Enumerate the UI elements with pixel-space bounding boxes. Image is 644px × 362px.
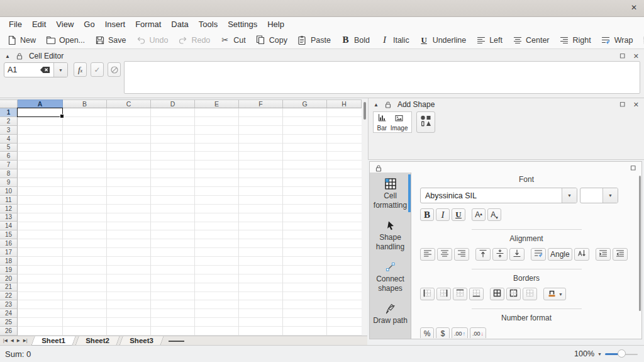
indent-less-button[interactable] <box>613 248 628 261</box>
menu-edit[interactable]: Edit <box>27 20 51 29</box>
float-panel-icon[interactable] <box>619 101 626 108</box>
zoom-level-label[interactable]: 100% <box>574 349 594 358</box>
row-header-24[interactable]: 24 <box>0 309 18 318</box>
chevron-down-icon[interactable]: ▼ <box>597 352 602 356</box>
sheet-tab-sheet2[interactable]: Sheet2 <box>75 336 119 346</box>
bold-button[interactable]: B <box>420 208 434 221</box>
toolbar-underline-button[interactable]: UUnderline <box>419 35 467 45</box>
toolbar-center-button[interactable]: Center <box>512 35 550 45</box>
column-header-g[interactable]: G <box>283 99 327 108</box>
row-header-12[interactable]: 12 <box>0 205 18 213</box>
spreadsheet-grid[interactable]: ABCDEFGH 1234567891011121314151617181920… <box>0 99 362 336</box>
row-header-3[interactable]: 3 <box>0 126 18 135</box>
halign-center-button[interactable] <box>437 248 452 261</box>
font-size-select[interactable]: ▼ <box>580 188 618 203</box>
shape-template-image[interactable]: Image <box>391 113 408 132</box>
toolbar-italic-button[interactable]: IItalic <box>379 35 409 45</box>
fx-formula-button[interactable]: fx <box>74 62 87 77</box>
border-all-button[interactable] <box>490 288 504 300</box>
window-close-icon[interactable]: ✕ <box>631 4 637 11</box>
sheet-first-button[interactable]: |◀ <box>2 337 9 344</box>
row-header-15[interactable]: 15 <box>0 230 18 239</box>
currency-dollar-button[interactable]: $ <box>436 327 450 338</box>
menu-tools[interactable]: Tools <box>194 20 223 29</box>
row-header-22[interactable]: 22 <box>0 291 18 300</box>
zoom-slider[interactable] <box>605 349 638 358</box>
row-header-16[interactable]: 16 <box>0 239 18 248</box>
row-header-13[interactable]: 13 <box>0 213 18 222</box>
grid-corner-cell[interactable] <box>0 99 18 108</box>
menu-view[interactable]: View <box>51 20 79 29</box>
row-headers[interactable]: 1234567891011121314151617181920212223242… <box>0 108 18 336</box>
underline-button[interactable]: U <box>452 208 465 221</box>
collapse-triangle-icon[interactable]: ▲ <box>374 102 379 108</box>
toolbar-new-button[interactable]: New <box>6 35 36 45</box>
grid-vertical-scrollbar-handle[interactable] <box>364 102 366 120</box>
selection-fill-handle[interactable] <box>60 114 64 118</box>
valign-middle-button[interactable] <box>492 248 508 261</box>
row-header-9[interactable]: 9 <box>0 178 18 187</box>
menu-format[interactable]: Format <box>130 20 166 29</box>
row-header-7[interactable]: 7 <box>0 161 18 169</box>
sidebar-tab-shape-handling[interactable]: Shape handling <box>370 214 411 256</box>
row-header-20[interactable]: 20 <box>0 274 18 283</box>
sheet-tab-sheet1[interactable]: Sheet1 <box>31 336 76 346</box>
toolbar-bold-button[interactable]: BBold <box>340 35 370 45</box>
cell-reference-combo[interactable]: ▼ <box>4 62 68 77</box>
toolbar-cut-button[interactable]: ✂Cut <box>219 35 245 45</box>
indent-more-button[interactable] <box>596 248 611 261</box>
menu-settings[interactable]: Settings <box>223 20 262 29</box>
tabbar-resize-handle[interactable] <box>169 341 184 342</box>
sheet-last-button[interactable]: ▶| <box>22 337 29 344</box>
column-header-c[interactable]: C <box>107 99 151 108</box>
percent-button[interactable]: % <box>420 327 434 338</box>
halign-left-button[interactable] <box>420 248 435 261</box>
row-header-25[interactable]: 25 <box>0 318 18 327</box>
valign-bottom-button[interactable] <box>509 248 525 261</box>
float-panel-icon[interactable] <box>630 165 636 171</box>
precision-remove-button[interactable]: .00↓ <box>470 327 486 338</box>
toolbar-redo-button[interactable]: Redo <box>177 35 210 45</box>
row-header-26[interactable]: 26 <box>0 327 18 336</box>
selected-cell-a1[interactable] <box>17 108 63 117</box>
menu-help[interactable]: Help <box>262 20 289 29</box>
menu-insert[interactable]: Insert <box>100 20 131 29</box>
font-family-select[interactable]: Abyssinica SIL ▼ <box>420 188 577 203</box>
row-header-14[interactable]: 14 <box>0 222 18 230</box>
sheet-prev-button[interactable]: ◀ <box>9 337 15 344</box>
toolbar-wrap-button[interactable]: Wrap <box>601 35 633 45</box>
sidebar-tab-draw-path[interactable]: Draw path <box>370 297 411 329</box>
border-none-button[interactable] <box>523 288 537 300</box>
cancel-null-button[interactable] <box>108 62 121 77</box>
toolbar-paste-button[interactable]: Paste <box>297 35 331 45</box>
column-header-b[interactable]: B <box>63 99 107 108</box>
column-header-h[interactable]: H <box>327 99 362 108</box>
cell-reference-dropdown[interactable]: ▼ <box>53 63 67 77</box>
row-header-5[interactable]: 5 <box>0 144 18 152</box>
sidebar-scrollbar[interactable] <box>639 176 641 311</box>
collapse-triangle-icon[interactable]: ▲ <box>5 54 10 59</box>
wrap-cell-button[interactable] <box>531 248 546 261</box>
halign-right-button[interactable] <box>454 248 469 261</box>
menu-data[interactable]: Data <box>166 20 193 29</box>
font-size-dropdown[interactable]: ▼ <box>602 188 618 203</box>
toolbar-save-button[interactable]: Save <box>94 35 126 45</box>
precision-add-button[interactable]: .00↑ <box>452 327 468 338</box>
row-header-17[interactable]: 17 <box>0 248 18 257</box>
menu-file[interactable]: File <box>4 20 27 29</box>
row-header-2[interactable]: 2 <box>0 117 18 126</box>
row-header-1[interactable]: 1 <box>0 108 18 117</box>
font-grow-button[interactable]: A▴ <box>472 208 486 221</box>
lock-icon[interactable] <box>16 52 23 60</box>
more-shapes-button[interactable] <box>416 111 435 133</box>
valign-top-button[interactable] <box>475 248 491 261</box>
row-header-6[interactable]: 6 <box>0 152 18 161</box>
column-header-d[interactable]: D <box>151 99 195 108</box>
row-header-11[interactable]: 11 <box>0 196 18 205</box>
row-header-8[interactable]: 8 <box>0 169 18 178</box>
row-header-21[interactable]: 21 <box>0 283 18 292</box>
sidebar-tab-connect-shapes[interactable]: Connect shapes <box>370 256 411 297</box>
row-header-19[interactable]: 19 <box>0 266 18 274</box>
border-left-button[interactable] <box>420 288 435 300</box>
close-panel-icon[interactable]: ✕ <box>633 101 639 108</box>
